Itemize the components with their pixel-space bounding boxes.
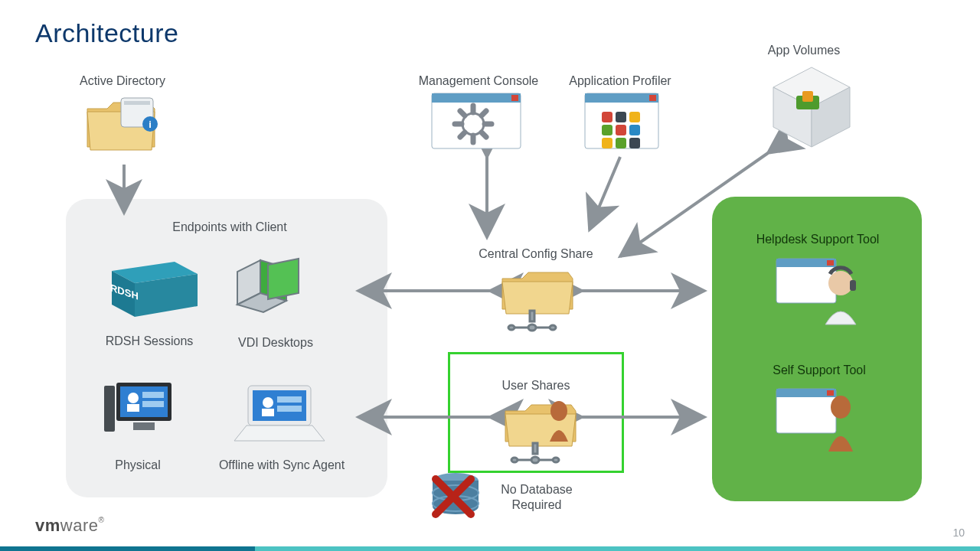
vmware-logo-light: ware [60, 516, 99, 535]
physical-label: Physical [100, 458, 176, 473]
slide-canvas: Architecture Act [0, 0, 980, 551]
vdi-label: VDI Desktops [222, 335, 329, 350]
svg-rect-64 [530, 311, 534, 321]
svg-rect-52 [127, 404, 139, 412]
svg-rect-34 [616, 138, 626, 148]
svg-point-59 [263, 397, 273, 408]
svg-point-67 [508, 325, 514, 330]
management-console-icon [429, 89, 528, 158]
no-database-icon [425, 468, 486, 528]
svg-rect-60 [262, 409, 274, 416]
svg-rect-40 [802, 91, 813, 102]
svg-rect-53 [142, 392, 164, 398]
application-profiler-icon [582, 89, 666, 158]
active-directory-folder-icon: i [83, 90, 159, 159]
svg-point-51 [128, 393, 139, 403]
svg-rect-30 [602, 125, 612, 135]
endpoints-header-label: Endpoints with Client [130, 220, 329, 235]
svg-line-23 [482, 111, 486, 116]
app-volumes-label: App Volumes [750, 43, 858, 58]
svg-line-2 [590, 157, 620, 230]
svg-line-20 [460, 111, 465, 116]
central-config-folder-icon [496, 262, 580, 338]
svg-rect-13 [432, 93, 521, 103]
svg-rect-28 [616, 112, 626, 122]
user-shares-folder-icon [499, 394, 583, 471]
management-console-label: Management Console [398, 73, 559, 89]
svg-marker-63 [234, 425, 325, 441]
svg-rect-56 [104, 386, 115, 432]
no-database-label: No Database Required [487, 482, 586, 513]
svg-rect-61 [277, 396, 302, 403]
svg-point-83 [828, 271, 853, 295]
svg-rect-9 [124, 101, 150, 105]
user-shares-label: User Shares [490, 378, 582, 393]
svg-line-22 [460, 132, 465, 137]
svg-rect-26 [649, 95, 656, 101]
svg-rect-55 [133, 422, 155, 430]
svg-rect-87 [827, 390, 834, 396]
svg-point-74 [550, 401, 567, 421]
svg-rect-35 [629, 138, 640, 148]
helpdesk-tool-icon [773, 251, 865, 328]
svg-rect-31 [616, 125, 626, 135]
app-volumes-cube-icon [766, 61, 858, 153]
active-directory-label: Active Directory [61, 73, 184, 89]
footer-accent-bar [0, 546, 980, 551]
svg-point-66 [528, 324, 536, 331]
svg-rect-84 [850, 280, 856, 291]
svg-point-71 [531, 457, 539, 463]
application-profiler-label: Application Profiler [551, 73, 689, 89]
vmware-logo-bold: vm [35, 516, 60, 535]
vdi-desktops-icon [230, 251, 314, 328]
svg-line-21 [482, 132, 486, 137]
svg-point-88 [831, 396, 851, 419]
svg-point-73 [553, 458, 559, 462]
svg-rect-82 [827, 260, 834, 266]
slide-title: Architecture [35, 18, 178, 48]
svg-point-68 [550, 325, 556, 330]
self-support-tool-icon [773, 381, 865, 458]
svg-rect-32 [629, 125, 640, 135]
svg-rect-62 [277, 406, 302, 412]
svg-rect-33 [602, 138, 612, 148]
offline-label: Offline with Sync Agent [198, 458, 366, 473]
vmware-logo: vmware® [35, 516, 104, 536]
self-support-label: Self Support Tool [750, 363, 888, 378]
rdsh-box-icon: RDSH [101, 251, 208, 324]
svg-rect-54 [142, 401, 164, 407]
rdsh-label: RDSH Sessions [92, 334, 207, 349]
helpdesk-label: Helpdesk Support Tool [733, 232, 902, 247]
svg-marker-48 [268, 259, 299, 299]
physical-pc-icon [100, 375, 184, 448]
svg-rect-25 [585, 93, 658, 103]
svg-rect-69 [533, 443, 537, 454]
offline-laptop-icon [230, 381, 329, 450]
page-number: 10 [952, 527, 965, 539]
central-config-label: Central Config Share [459, 246, 612, 262]
svg-point-72 [511, 458, 518, 462]
svg-rect-27 [602, 112, 612, 122]
svg-rect-29 [629, 112, 640, 122]
svg-text:i: i [149, 119, 152, 130]
svg-rect-14 [511, 95, 518, 101]
